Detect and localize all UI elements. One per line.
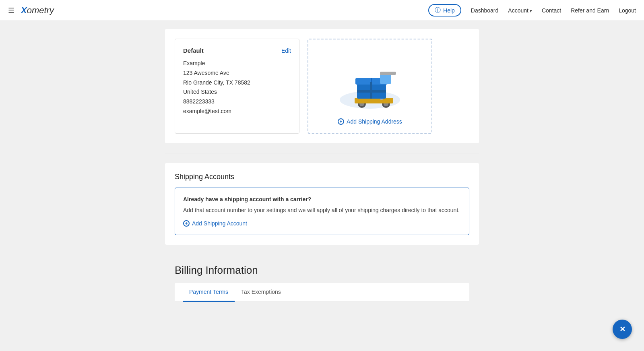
main-content: Default Edit Example 123 Awesome Ave Rio…	[0, 21, 644, 320]
add-shipping-account-button[interactable]: + Add Shipping Account	[183, 220, 247, 227]
address-cards: Default Edit Example 123 Awesome Ave Rio…	[175, 39, 469, 134]
refer-earn-link[interactable]: Refer and Earn	[571, 7, 609, 14]
contact-link[interactable]: Contact	[542, 7, 561, 14]
plus-icon: +	[338, 118, 344, 125]
plus-icon-2: +	[183, 220, 190, 227]
section-divider	[165, 153, 479, 153]
add-shipping-address-button[interactable]: + Add Shipping Address	[338, 118, 402, 125]
add-shipping-card: + Add Shipping Address	[308, 39, 432, 134]
shipping-accounts-section: Shipping Accounts Already have a shippin…	[165, 163, 479, 245]
logout-link[interactable]: Logout	[619, 7, 636, 14]
tab-tax-exemptions[interactable]: Tax Exemptions	[235, 283, 287, 302]
help-label: Help	[443, 7, 455, 14]
shipping-accounts-title: Shipping Accounts	[175, 173, 469, 181]
address-card-title: Default	[183, 47, 204, 54]
svg-rect-13	[380, 75, 391, 84]
address-section: Default Edit Example 123 Awesome Ave Rio…	[165, 29, 479, 143]
billing-section: Billing Information Payment Terms Tax Ex…	[165, 254, 479, 312]
shipping-account-box: Already have a shipping account with a c…	[175, 188, 469, 235]
logo: Xometry	[21, 5, 54, 16]
svg-rect-7	[380, 72, 396, 75]
add-account-label: Add Shipping Account	[192, 220, 247, 227]
shipping-account-bold: Already have a shipping account with a c…	[183, 196, 461, 202]
shipping-account-desc: Add that account number to your settings…	[183, 206, 461, 215]
nav-links: ⓘ Help Dashboard Account Contact Refer a…	[428, 4, 636, 17]
logo-x: X	[21, 5, 27, 16]
info-icon: ⓘ	[435, 6, 441, 14]
help-button[interactable]: ⓘ Help	[428, 4, 461, 17]
page-wrapper: Default Edit Example 123 Awesome Ave Rio…	[165, 29, 479, 312]
billing-title: Billing Information	[175, 264, 469, 277]
default-address-card: Default Edit Example 123 Awesome Ave Rio…	[175, 39, 299, 134]
hamburger-menu[interactable]: ☰	[8, 6, 14, 15]
address-name: Example	[183, 59, 291, 68]
logo-ometry: ometry	[27, 5, 54, 16]
address-email: example@test.com	[183, 107, 291, 116]
billing-tabs: Payment Terms Tax Exemptions	[175, 283, 469, 302]
address-city-state: Rio Grande City, TX 78582	[183, 78, 291, 88]
billing-tabs-card: Payment Terms Tax Exemptions	[175, 283, 469, 302]
account-link[interactable]: Account	[508, 7, 532, 14]
address-street: 123 Awesome Ave	[183, 68, 291, 78]
shipping-illustration	[334, 47, 406, 112]
navbar: ☰ Xometry ⓘ Help Dashboard Account Conta…	[0, 0, 644, 21]
svg-rect-5	[355, 98, 393, 103]
address-country: United States	[183, 87, 291, 97]
svg-rect-12	[357, 90, 386, 93]
address-phone: 8882223333	[183, 97, 291, 107]
tab-payment-terms[interactable]: Payment Terms	[183, 283, 235, 302]
edit-address-link[interactable]: Edit	[281, 47, 291, 54]
address-card-header: Default Edit	[183, 47, 291, 54]
add-shipping-label: Add Shipping Address	[347, 118, 402, 125]
dashboard-link[interactable]: Dashboard	[471, 7, 499, 14]
